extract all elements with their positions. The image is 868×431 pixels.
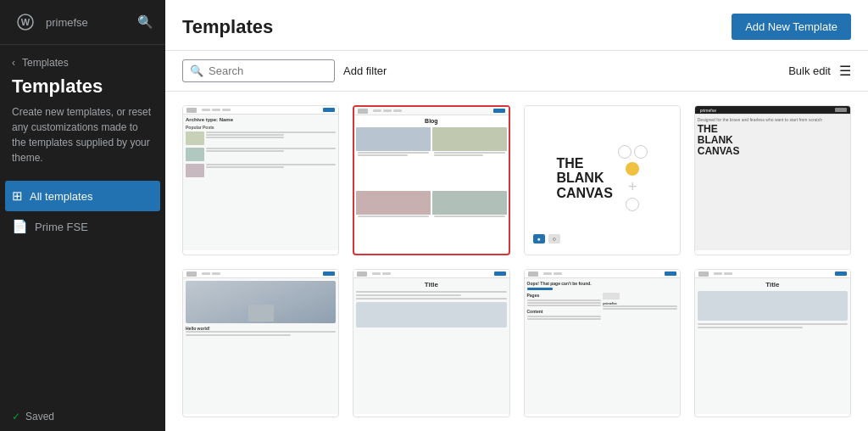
template-card-bottom-3[interactable]: Oops! That page can't be found. Pages Co…: [524, 269, 681, 417]
toolbar-right: Bulk edit ☰: [788, 63, 851, 79]
back-arrow-icon: ‹: [12, 57, 15, 69]
template-preview-bottom-1: Hello world!: [183, 270, 338, 414]
sidebar-item-all-templates[interactable]: ⊞ All templates: [5, 181, 160, 211]
templates-grid: Archive type: Name Popular Posts: [165, 92, 868, 431]
sidebar: W primefse 🔍 ‹ Templates Templates Creat…: [0, 0, 165, 431]
template-info-bottom-2: Title ⋮: [353, 414, 509, 417]
add-new-template-button[interactable]: Add New Template: [732, 14, 851, 40]
template-card-blog-home[interactable]: Blog: [353, 105, 509, 255]
sidebar-footer: ✓ Saved: [0, 402, 165, 431]
blank-canvas-text: THEBLANKCANVAS: [556, 156, 612, 201]
template-preview-bottom-4: Title: [695, 270, 850, 414]
canvas-circle-3: [626, 198, 639, 211]
sidebar-title: Templates: [0, 72, 165, 104]
sidebar-item-all-templates-label: All templates: [30, 190, 92, 203]
template-preview-blog-home: Blog: [354, 107, 508, 251]
page-nav-icon: 📄: [12, 219, 28, 234]
saved-check-icon: ✓: [12, 411, 20, 423]
toolbar: 🔍 Add filter Bulk edit ☰: [165, 51, 868, 92]
saved-label: Saved: [25, 411, 54, 423]
canvas-circle-2: [634, 145, 648, 159]
canvas-yellow-circle: [626, 162, 639, 176]
template-card-front-page[interactable]: primefse Designed for the brave and fear…: [694, 105, 851, 255]
main-content: Templates Add New Template 🔍 Add filter …: [165, 0, 868, 431]
page-title: Templates: [182, 16, 732, 38]
canvas-blue-badge: ●: [533, 234, 545, 243]
sidebar-header: W primefse 🔍: [0, 0, 165, 45]
template-info-canvas: Canvas ⋮ Author 🏷 Prime FSE: [525, 250, 680, 255]
template-info-front-page: Front Page ⋮ Description Displays your s…: [695, 250, 850, 255]
template-preview-bottom-2: Title: [353, 270, 509, 414]
template-info-all-archives: All Archives ⋮ Description Displays any …: [183, 250, 338, 255]
sidebar-nav: ⊞ All templates 📄 Prime FSE: [0, 181, 165, 242]
canvas-circle-1: [618, 145, 632, 159]
canvas-gray-badge: ○: [548, 234, 560, 243]
template-preview-front-page: primefse Designed for the brave and fear…: [695, 106, 850, 250]
template-preview-canvas: THEBLANKCANVAS + ● ○: [525, 106, 680, 250]
template-info-bottom-3: ⋮: [525, 414, 680, 417]
sidebar-item-prime-fse[interactable]: 📄 Prime FSE: [0, 211, 165, 242]
add-filter-button[interactable]: Add filter: [343, 64, 387, 77]
search-icon: 🔍: [190, 64, 203, 77]
search-icon[interactable]: 🔍: [137, 14, 153, 30]
template-card-all-archives[interactable]: Archive type: Name Popular Posts: [182, 105, 339, 255]
bulk-edit-button[interactable]: Bulk edit: [788, 64, 831, 77]
template-card-canvas[interactable]: THEBLANKCANVAS + ● ○: [524, 105, 681, 255]
sidebar-description: Create new templates, or reset any custo…: [0, 104, 165, 177]
view-options-icon[interactable]: ☰: [839, 63, 851, 79]
template-preview-all-archives: Archive type: Name Popular Posts: [183, 106, 338, 250]
main-header: Templates Add New Template: [165, 0, 868, 51]
template-preview-bottom-3: Oops! That page can't be found. Pages Co…: [525, 270, 680, 414]
sidebar-back-label: Templates: [22, 57, 69, 69]
grid-nav-icon: ⊞: [12, 188, 23, 204]
template-info-blog-home: Blog Home ⋮ Description Displays the lat…: [354, 251, 508, 255]
template-info-bottom-1: ⋮: [183, 414, 338, 417]
template-info-bottom-4: Title ⋮: [695, 414, 850, 417]
template-card-bottom-1[interactable]: Hello world! ⋮: [182, 269, 339, 417]
sidebar-item-prime-fse-label: Prime FSE: [35, 221, 88, 233]
canvas-cross-icon: +: [628, 179, 637, 194]
svg-text:W: W: [21, 17, 31, 27]
wp-logo-icon: W: [12, 8, 39, 36]
site-name: primefse: [46, 16, 88, 29]
template-card-bottom-4[interactable]: Title Title ⋮: [694, 269, 851, 417]
template-card-bottom-2[interactable]: Title Title ⋮: [353, 269, 509, 417]
mini-archive-type-label: Archive type: Name: [186, 117, 336, 122]
search-box[interactable]: 🔍: [182, 59, 335, 82]
sidebar-back-button[interactable]: ‹ Templates: [0, 45, 165, 72]
search-input[interactable]: [209, 64, 319, 77]
